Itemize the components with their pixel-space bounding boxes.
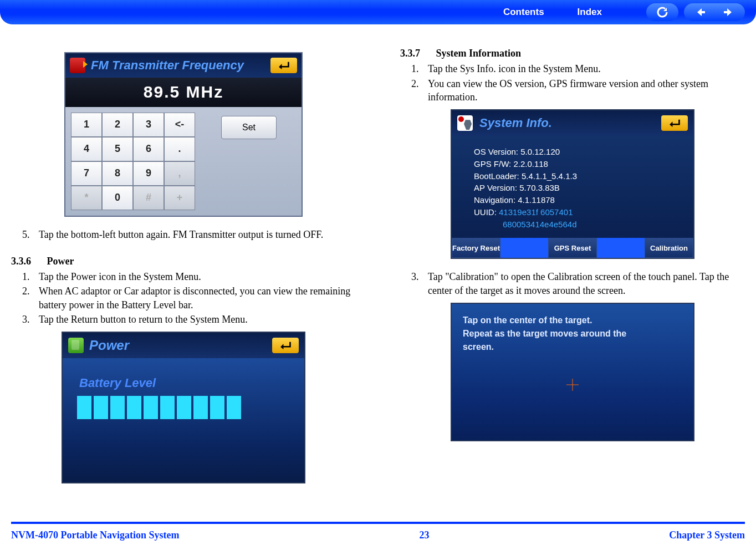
fm-transmitter-screenshot: FM Transmitter Frequency 89.5 MHz 1 2 3 … xyxy=(64,52,303,217)
power-step-2: 2.When AC adaptor or Car adaptor is disc… xyxy=(22,284,356,312)
arrow-right-icon[interactable] xyxy=(717,4,740,21)
battery-segment xyxy=(77,396,91,419)
key-plus[interactable]: + xyxy=(164,186,195,210)
battery-segment xyxy=(193,396,208,419)
sysinfo-title-text: System Info. xyxy=(479,115,655,131)
battery-segment xyxy=(177,396,191,419)
sysinfo-buttons: Factory Reset GPS Reset Calibration xyxy=(452,238,693,258)
step-text: Tap the bottom-left button again. FM Tra… xyxy=(39,228,356,241)
key-4[interactable]: 4 xyxy=(71,137,102,161)
button-gap xyxy=(500,238,548,258)
battery-segment xyxy=(160,396,175,419)
battery-segment xyxy=(210,396,224,419)
key-5[interactable]: 5 xyxy=(102,137,133,161)
key-7[interactable]: 7 xyxy=(71,161,102,186)
key-dot[interactable]: . xyxy=(164,137,195,161)
key-3[interactable]: 3 xyxy=(133,113,164,137)
calibration-target-icon[interactable] xyxy=(566,379,579,391)
step-text: Tap the Power icon in the System Menu. xyxy=(39,270,356,283)
key-6[interactable]: 6 xyxy=(133,137,164,161)
calibration-instruction-1: Tap on the center of the target. xyxy=(463,314,682,327)
power-screenshot: Power Battery Level xyxy=(62,332,305,483)
step-text: Tap the Return button to return to the S… xyxy=(39,313,356,326)
button-gap xyxy=(597,238,645,258)
power-titlebar: Power xyxy=(63,333,304,358)
left-column: FM Transmitter Frequency 89.5 MHz 1 2 3 … xyxy=(11,47,356,495)
step-text: Tap "Calibration" to open the Calibratio… xyxy=(428,270,745,297)
fm-step-5: 5. Tap the bottom-left button again. FM … xyxy=(22,228,356,241)
key-star[interactable]: * xyxy=(71,186,102,210)
set-button[interactable]: Set xyxy=(221,116,277,139)
power-title-text: Power xyxy=(89,337,267,354)
sysinfo-step-1: 1.Tap the Sys Info. icon in the System M… xyxy=(411,62,745,75)
page-content: FM Transmitter Frequency 89.5 MHz 1 2 3 … xyxy=(0,24,756,506)
footer-left: NVM-4070 Portable Navigation System xyxy=(11,529,179,541)
factory-reset-button[interactable]: Factory Reset xyxy=(452,238,500,258)
arrow-left-icon[interactable] xyxy=(689,4,712,21)
contents-link[interactable]: Contents xyxy=(503,7,544,18)
page-footer: NVM-4070 Portable Navigation System 23 C… xyxy=(0,524,756,550)
keypad: 1 2 3 <- 4 5 6 . 7 8 xyxy=(71,113,195,210)
return-icon[interactable] xyxy=(661,115,688,131)
battery-segment xyxy=(127,396,141,419)
footer-right: Chapter 3 System xyxy=(669,529,745,541)
key-9[interactable]: 9 xyxy=(133,161,164,186)
fm-frequency-display: 89.5 MHz xyxy=(65,78,302,107)
battery-level-bar xyxy=(77,396,291,419)
battery-segment xyxy=(110,396,125,419)
right-column: 3.3.7 System Information 1.Tap the Sys I… xyxy=(400,47,745,495)
navigation-version: Navigation: 4.1.11878 xyxy=(474,194,677,206)
calibration-instruction-3: screen. xyxy=(463,340,682,354)
section-3-3-6-heading: 3.3.6 Power xyxy=(11,254,356,268)
key-0[interactable]: 0 xyxy=(102,186,133,210)
section-3-3-7-heading: 3.3.7 System Information xyxy=(400,47,745,60)
fm-titlebar: FM Transmitter Frequency xyxy=(65,53,302,78)
section-title: System Information xyxy=(436,48,522,59)
calibration-instruction-2: Repeat as the target moves around the xyxy=(463,327,682,340)
gps-reset-button[interactable]: GPS Reset xyxy=(548,238,597,258)
uuid-line-2: 680053414e4e564d xyxy=(474,218,677,231)
step-text: You can view the OS version, GPS firmwar… xyxy=(428,77,745,104)
battery-level-label: Battery Level xyxy=(79,375,291,391)
gps-fw: GPS F/W: 2.2.0.118 xyxy=(474,158,677,170)
sysinfo-step-3: 3.Tap "Calibration" to open the Calibrat… xyxy=(411,270,745,297)
uuid-line-1: UUID: 41319e31f 6057401 xyxy=(474,206,677,218)
top-nav-bar: Contents Index xyxy=(0,0,756,24)
nav-pill-arrows xyxy=(684,3,745,21)
key-2[interactable]: 2 xyxy=(102,113,133,137)
bootloader: BootLoader: 5.4.1.1_5.4.1.3 xyxy=(474,170,677,182)
key-hash[interactable]: # xyxy=(133,186,164,210)
nav-links: Contents Index xyxy=(503,7,602,18)
power-body: Battery Level xyxy=(63,358,304,482)
section-number: 3.3.7 xyxy=(400,47,433,60)
step-text: Tap the Sys Info. icon in the System Men… xyxy=(428,62,745,75)
sysinfo-step-2: 2.You can view the OS version, GPS firmw… xyxy=(411,77,745,104)
power-step-3: 3.Tap the Return button to return to the… xyxy=(22,313,356,326)
nav-icons xyxy=(646,3,745,21)
key-backspace[interactable]: <- xyxy=(164,113,195,137)
battery-segment xyxy=(94,396,108,419)
sysinfo-titlebar: System Info. xyxy=(452,110,693,136)
calibration-button[interactable]: Calibration xyxy=(645,238,693,258)
fm-title-text: FM Transmitter Frequency xyxy=(91,57,265,74)
section-number: 3.3.6 xyxy=(11,254,44,268)
section-title: Power xyxy=(47,256,74,267)
power-step-1: 1.Tap the Power icon in the System Menu. xyxy=(22,270,356,283)
key-comma[interactable]: , xyxy=(164,161,195,186)
speaker-icon xyxy=(70,58,85,73)
reload-icon[interactable] xyxy=(651,4,674,21)
index-link[interactable]: Index xyxy=(578,7,602,18)
step-text: When AC adaptor or Car adaptor is discon… xyxy=(39,284,356,312)
sysinfo-body: OS Version: 5.0.12.120 GPS F/W: 2.2.0.11… xyxy=(452,136,693,238)
battery-segment xyxy=(144,396,158,419)
system-info-screenshot: System Info. OS Version: 5.0.12.120 GPS … xyxy=(451,109,694,259)
nav-pill-reload xyxy=(646,3,678,21)
key-1[interactable]: 1 xyxy=(71,113,102,137)
step-number: 5. xyxy=(22,228,39,241)
key-8[interactable]: 8 xyxy=(102,161,133,186)
footer-page-number: 23 xyxy=(419,529,429,541)
return-icon[interactable] xyxy=(270,58,297,73)
return-icon[interactable] xyxy=(272,338,299,353)
battery-segment xyxy=(227,396,241,419)
os-version: OS Version: 5.0.12.120 xyxy=(474,146,677,158)
